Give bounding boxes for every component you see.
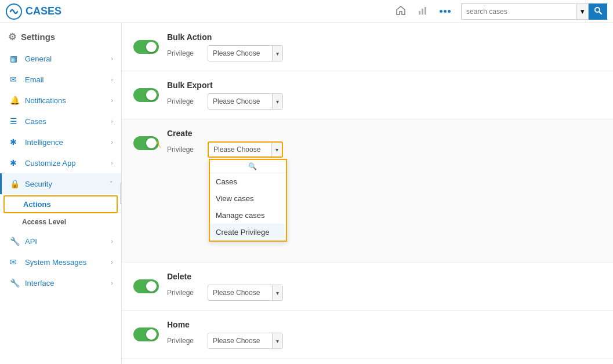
delete-content: Delete Privilege Please Choose ▾: [167, 272, 283, 301]
dropdown-search-area: 🔍: [210, 160, 286, 173]
bulk-action-toggle[interactable]: [133, 40, 159, 54]
bulk-action-privilege-value: Please Choose: [208, 49, 272, 57]
dropdown-item-manage-cases[interactable]: Manage cases: [210, 207, 286, 224]
create-toggle-area: ↑ Create Privilege Please Choose ▾: [133, 129, 284, 158]
bulk-action-drop-arrow: ▾: [272, 46, 282, 61]
create-privilege-value: Please Choose: [209, 145, 271, 154]
sidebar-header: ⚙ Settings: [0, 23, 121, 48]
bulk-export-privilege-label: Privilege: [167, 97, 202, 105]
chart-icon-btn[interactable]: [413, 2, 433, 21]
sidebar-sub-access-level[interactable]: Access Level: [0, 214, 121, 231]
create-content: Create Privilege Please Choose ▾ 🔍: [167, 129, 283, 158]
bulk-action-privilege-label: Privilege: [167, 49, 202, 57]
api-chevron: ›: [111, 238, 113, 245]
svg-rect-1: [419, 11, 420, 14]
bulk-action-privilege-area: Privilege Please Choose ▾: [167, 45, 283, 61]
delete-privilege-label: Privilege: [167, 289, 202, 297]
intelligence-chevron: ›: [111, 139, 113, 145]
delete-privilege-select[interactable]: Please Choose ▾: [208, 285, 283, 301]
bulk-export-privilege-area: Privilege Please Choose ▾: [167, 93, 283, 110]
settings-gear-icon: ⚙: [8, 31, 16, 42]
create-drop-arrow: ▾: [271, 143, 282, 156]
sidebar-item-notifications[interactable]: 🔔 Notifications ›: [0, 90, 121, 111]
home-toggle[interactable]: [133, 327, 159, 341]
dropdown-item-view-cases[interactable]: View cases: [210, 190, 286, 207]
sidebar-label-intelligence: Intelligence: [25, 138, 106, 147]
sidebar-item-api[interactable]: 🔧 API ›: [0, 231, 121, 252]
bulk-export-privilege-select[interactable]: Please Choose ▾: [208, 93, 283, 110]
bulk-action-toggle-area: Bulk Action Privilege Please Choose ▾: [133, 32, 284, 61]
intelligence-icon: ✱: [10, 137, 20, 147]
actions-label: Actions: [23, 200, 51, 209]
dropdown-item-create-privilege[interactable]: Create Privilege: [210, 224, 286, 241]
sidebar-label-customize-app: Customize App: [25, 159, 106, 168]
section-bulk-export: Bulk Export Privilege Please Choose ▾: [122, 71, 613, 119]
email-chevron: ›: [111, 76, 113, 83]
bulk-export-content: Bulk Export Privilege Please Choose ▾: [167, 81, 283, 110]
bulk-export-title: Bulk Export: [167, 81, 283, 90]
bulk-export-privilege-value: Please Choose: [208, 97, 272, 105]
cases-icon: ☰: [10, 117, 20, 126]
cases-chevron: ›: [111, 118, 113, 125]
sidebar-item-customize-app[interactable]: ✱ Customize App ›: [0, 152, 121, 173]
sidebar-label-email: Email: [25, 75, 106, 84]
delete-drop-arrow: ▾: [272, 285, 282, 300]
sidebar-item-cases[interactable]: ☰ Cases ›: [0, 111, 121, 132]
section-delete: Delete Privilege Please Choose ▾: [122, 263, 613, 311]
sidebar-label-general: General: [25, 54, 106, 63]
bulk-export-drop-arrow: ▾: [272, 94, 282, 109]
sidebar-title: Settings: [21, 32, 55, 42]
sidebar-sub-actions[interactable]: Actions: [3, 195, 118, 213]
main-content: Bulk Action Privilege Please Choose ▾: [122, 23, 613, 364]
svg-rect-3: [425, 7, 426, 14]
top-bar-icons: ▾: [391, 2, 607, 21]
app-title: CASES: [26, 5, 61, 17]
sidebar-label-system-messages: System Messages: [25, 258, 106, 267]
sidebar-item-system-messages[interactable]: ✉ System Messages ›: [0, 252, 121, 272]
home-icon-btn[interactable]: [391, 2, 411, 21]
search-input[interactable]: [461, 3, 577, 20]
general-chevron: ›: [111, 55, 113, 62]
home-privilege-area: Privilege Please Choose ▾: [167, 333, 283, 349]
search-dropdown-btn[interactable]: ▾: [577, 3, 589, 20]
home-privilege-value: Please Choose: [208, 337, 272, 345]
delete-toggle[interactable]: [133, 279, 159, 293]
system-messages-icon: ✉: [10, 257, 20, 267]
bulk-export-toggle-area: Bulk Export Privilege Please Choose ▾: [133, 81, 284, 110]
access-level-label: Access Level: [22, 218, 66, 226]
app-logo[interactable]: CASES: [6, 3, 61, 20]
sidebar-item-interface[interactable]: 🔧 Interface ›: [0, 272, 121, 293]
security-lock-icon: 🔒: [10, 179, 20, 188]
interface-icon: 🔧: [10, 278, 20, 287]
create-privilege-label: Privilege: [167, 145, 202, 154]
home-privilege-label: Privilege: [167, 337, 202, 345]
sidebar-label-security: Security: [25, 180, 105, 188]
dropdown-search-input[interactable]: [213, 162, 244, 170]
security-chevron: ˅: [110, 180, 113, 188]
sidebar-label-notifications: Notifications: [25, 96, 106, 105]
section-bulk-action: Bulk Action Privilege Please Choose ▾: [122, 23, 613, 71]
home-title: Home: [167, 320, 283, 329]
sidebar-item-email[interactable]: ✉ Email ›: [0, 69, 121, 90]
home-content: Home Privilege Please Choose ▾: [167, 320, 283, 349]
svg-line-5: [600, 12, 602, 14]
create-privilege-select[interactable]: Please Choose ▾ 🔍 Cases View cases M: [208, 141, 283, 158]
sidebar-label-cases: Cases: [25, 117, 106, 126]
bulk-export-toggle[interactable]: [133, 88, 159, 102]
notifications-icon: 🔔: [10, 96, 20, 105]
create-title: Create: [167, 129, 283, 138]
more-options-btn[interactable]: [435, 6, 455, 16]
general-icon: ▦: [10, 54, 20, 63]
bulk-action-privilege-select[interactable]: Please Choose ▾: [208, 45, 283, 61]
sidebar-label-api: API: [25, 237, 106, 246]
search-area: ▾: [461, 3, 607, 20]
sidebar-item-general[interactable]: ▦ General ›: [0, 48, 121, 69]
bulk-action-content: Bulk Action Privilege Please Choose ▾: [167, 32, 283, 61]
home-privilege-select[interactable]: Please Choose ▾: [208, 333, 283, 349]
sidebar-item-security[interactable]: 🔒 Security ˅: [0, 173, 121, 194]
dropdown-item-cases[interactable]: Cases: [210, 173, 286, 190]
search-go-btn[interactable]: [589, 3, 607, 20]
sidebar-item-intelligence[interactable]: ✱ Intelligence ›: [0, 132, 121, 152]
top-bar: CASES ▾: [0, 0, 613, 23]
customize-icon: ✱: [10, 158, 20, 168]
